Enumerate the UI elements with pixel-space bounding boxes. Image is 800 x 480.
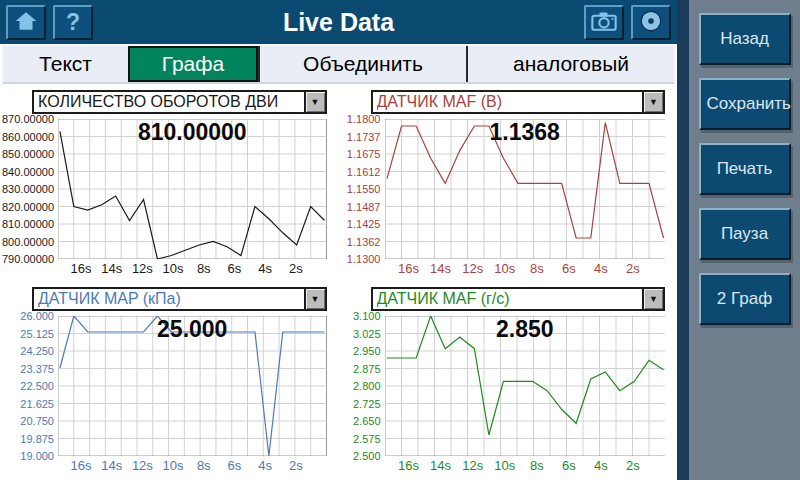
line-chart [385, 316, 666, 456]
chart-panel-maf-gs: ДАТЧИК MAF (г/с) ▼ 3.1003.0252.9502.8752… [339, 283, 678, 480]
tab-graph[interactable]: Графа [128, 46, 258, 82]
y-tick-label: 20.750 [20, 415, 54, 427]
chart-panel-map: ДАТЧИК MAP (кПа) ▼ 26.00025.12524.25023.… [0, 283, 339, 480]
y-tick-label: 1.1300 [347, 253, 381, 265]
y-tick-label: 24.250 [20, 345, 54, 357]
screenshot-button[interactable] [584, 5, 624, 40]
y-tick-label: 2.800 [353, 380, 381, 392]
x-tick-label: 6s [228, 261, 242, 276]
y-tick-label: 2.725 [353, 398, 381, 410]
x-tick-label: 12s [462, 261, 483, 276]
plot-area: 2.850 [385, 316, 666, 456]
x-tick-label: 6s [562, 261, 576, 276]
y-tick-label: 19.000 [20, 450, 54, 462]
chevron-down-icon[interactable]: ▼ [642, 289, 663, 309]
x-tick-label: 6s [228, 458, 242, 473]
y-tick-label: 2.500 [353, 450, 381, 462]
vertical-divider [677, 0, 689, 480]
y-tick-label: 1.1425 [347, 218, 381, 230]
x-tick-label: 8s [197, 261, 211, 276]
y-tick-label: 830.00000 [2, 183, 54, 195]
line-chart [58, 119, 327, 259]
y-axis-labels: 1.18001.17371.16751.16121.15501.14871.14… [339, 119, 385, 259]
param-select-rpm[interactable]: КОЛИЧЕСТВО ОБОРОТОВ ДВИ ▼ [32, 90, 327, 114]
y-tick-label: 3.100 [353, 310, 381, 322]
param-select-map[interactable]: ДАТЧИК MAP (кПа) ▼ [32, 287, 327, 311]
param-select-label: ДАТЧИК MAP (кПа) [38, 290, 304, 308]
y-tick-label: 850.00000 [2, 148, 54, 160]
chart-body: 26.00025.12524.25023.37522.50021.62520.7… [0, 316, 327, 474]
x-tick-label: 16s [71, 458, 92, 473]
param-select-maf-gs[interactable]: ДАТЧИК MAF (г/с) ▼ [371, 287, 666, 311]
plot-area: 810.00000 [58, 119, 327, 259]
y-tick-label: 26.000 [20, 310, 54, 322]
x-tick-label: 10s [494, 458, 515, 473]
camera-icon [590, 9, 618, 36]
line-chart [385, 119, 666, 259]
chart-body: 1.18001.17371.16751.16121.15501.14871.14… [339, 119, 666, 277]
plot-area: 1.1368 [385, 119, 666, 259]
x-tick-label: 14s [101, 261, 122, 276]
y-tick-label: 22.500 [20, 380, 54, 392]
print-button[interactable]: Печать [699, 143, 791, 195]
record-button[interactable] [631, 5, 671, 40]
y-tick-label: 1.1675 [347, 148, 381, 160]
x-tick-label: 2s [626, 458, 640, 473]
y-axis-labels: 870.00000860.00000850.00000840.00000830.… [0, 119, 58, 259]
x-tick-label: 2s [289, 458, 303, 473]
tab-text[interactable]: Текст [3, 46, 128, 82]
y-tick-label: 1.1487 [347, 201, 381, 213]
param-select-label: КОЛИЧЕСТВО ОБОРОТОВ ДВИ [38, 93, 304, 111]
tab-merge[interactable]: Объединить [258, 46, 466, 82]
x-tick-label: 2s [289, 261, 303, 276]
chart-body: 870.00000860.00000850.00000840.00000830.… [0, 119, 327, 277]
page-title: Live Data [120, 8, 557, 37]
y-tick-label: 25.125 [20, 328, 54, 340]
y-tick-label: 800.00000 [2, 236, 54, 248]
y-tick-label: 790.00000 [2, 253, 54, 265]
line-chart [58, 316, 327, 456]
home-button[interactable] [6, 5, 46, 40]
x-tick-label: 12s [132, 458, 153, 473]
help-button[interactable]: ? [53, 5, 93, 40]
tab-analog[interactable]: аналоговый [466, 46, 674, 82]
x-tick-label: 4s [594, 261, 608, 276]
main-column: ? Live Data [0, 0, 677, 480]
y-axis-labels: 3.1003.0252.9502.8752.8002.7252.6502.575… [339, 316, 385, 456]
two-graphs-button[interactable]: 2 Граф [699, 273, 791, 325]
x-axis-labels: 16s14s12s10s8s6s4s2s [385, 456, 666, 474]
y-tick-label: 19.875 [20, 433, 54, 445]
x-tick-label: 14s [101, 458, 122, 473]
pause-button[interactable]: Пауза [699, 208, 791, 260]
x-tick-label: 2s [626, 261, 640, 276]
x-axis-labels: 16s14s12s10s8s6s4s2s [385, 259, 666, 277]
x-tick-label: 16s [71, 261, 92, 276]
help-icon: ? [66, 11, 80, 34]
chevron-down-icon[interactable]: ▼ [304, 92, 325, 112]
y-tick-label: 1.1800 [347, 113, 381, 125]
y-axis-labels: 26.00025.12524.25023.37522.50021.62520.7… [0, 316, 58, 456]
y-tick-label: 3.025 [353, 328, 381, 340]
y-tick-label: 2.650 [353, 415, 381, 427]
x-tick-label: 10s [163, 261, 184, 276]
y-tick-label: 840.00000 [2, 166, 54, 178]
save-button[interactable]: Сохранить [699, 78, 791, 130]
x-tick-label: 6s [562, 458, 576, 473]
live-data-screen: ? Live Data [0, 0, 800, 480]
chevron-down-icon[interactable]: ▼ [642, 92, 663, 112]
y-tick-label: 870.00000 [2, 113, 54, 125]
back-button[interactable]: Назад [699, 13, 791, 65]
x-tick-label: 10s [163, 458, 184, 473]
x-tick-label: 16s [398, 458, 419, 473]
chevron-down-icon[interactable]: ▼ [304, 289, 325, 309]
y-tick-label: 820.00000 [2, 201, 54, 213]
chart-panel-rpm: КОЛИЧЕСТВО ОБОРОТОВ ДВИ ▼ 870.00000860.0… [0, 86, 339, 283]
param-select-maf-v[interactable]: ДАТЧИК MAF (В) ▼ [371, 90, 666, 114]
y-tick-label: 21.625 [20, 398, 54, 410]
charts-grid: КОЛИЧЕСТВО ОБОРОТОВ ДВИ ▼ 870.00000860.0… [0, 84, 677, 480]
chart-panel-maf-v: ДАТЧИК MAF (В) ▼ 1.18001.17371.16751.161… [339, 86, 678, 283]
top-bar: ? Live Data [0, 0, 677, 44]
x-tick-label: 8s [197, 458, 211, 473]
y-tick-label: 860.00000 [2, 131, 54, 143]
y-tick-label: 1.1550 [347, 183, 381, 195]
